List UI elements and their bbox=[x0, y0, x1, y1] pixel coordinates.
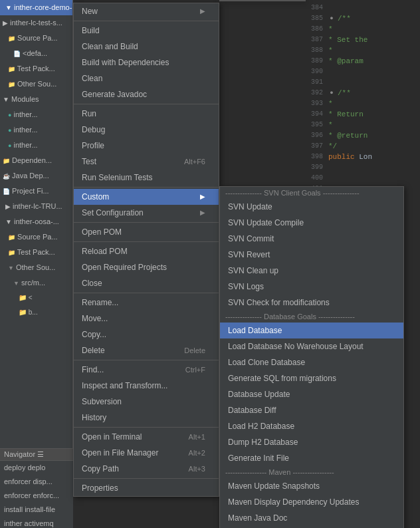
menu-label-open-req: Open Required Projects bbox=[82, 261, 167, 273]
svn-clean-up[interactable]: SVN Clean up bbox=[220, 263, 403, 279]
navigator-title: Navigator ☰ bbox=[0, 449, 73, 461]
load-database-no-warehouse[interactable]: Load Database No Warehouse Layout bbox=[220, 338, 403, 354]
sidebar-item-java[interactable]: ☕ Java Dep... bbox=[0, 168, 72, 184]
menu-label-profile: Profile bbox=[82, 140, 104, 152]
svn-commit[interactable]: SVN Commit bbox=[220, 231, 403, 247]
svn-revert-label: SVN Revert bbox=[228, 249, 270, 261]
sidebar-item-other1[interactable]: ▼ Other Sou... bbox=[0, 260, 72, 275]
load-clone-database-label: Load Clone Database bbox=[228, 356, 305, 368]
database-diff-label: Database Diff bbox=[228, 404, 276, 416]
menu-label-close: Close bbox=[82, 277, 102, 289]
menu-item-build-dep[interactable]: Build with Dependencies bbox=[74, 55, 219, 70]
database-update-label: Database Update bbox=[228, 388, 290, 400]
navigator-title-label: Navigator ☰ bbox=[4, 450, 44, 458]
maven-java-doc[interactable]: Maven Java Doc bbox=[220, 510, 403, 526]
menu-item-properties[interactable]: Properties bbox=[74, 480, 219, 496]
menu-item-open-req[interactable]: Open Required Projects bbox=[74, 259, 219, 275]
maven-display-dep[interactable]: Maven Display Dependency Updates bbox=[220, 494, 403, 510]
menu-item-test[interactable]: Test Alt+F6 bbox=[74, 154, 219, 170]
sidebar-item-0[interactable]: ▼ inther-core-demo-s... bbox=[0, 0, 72, 15]
sidebar-item-9[interactable]: ● inther... bbox=[0, 138, 72, 153]
load-database[interactable]: Load Database bbox=[220, 323, 403, 338]
menu-item-copy-path[interactable]: Copy Path Alt+3 bbox=[74, 461, 219, 477]
menu-item-rename[interactable]: Rename... bbox=[74, 295, 219, 311]
sidebar-item-8[interactable]: ● inther... bbox=[0, 122, 72, 138]
sidebar-item-oosa[interactable]: ▼ inther-oosa-... bbox=[0, 214, 72, 229]
menu-label-custom: Custom bbox=[82, 191, 109, 203]
sidebar-item-3[interactable]: 📄 <defa... bbox=[0, 46, 72, 61]
menu-item-open-file-manager[interactable]: Open in File Manager Alt+2 bbox=[74, 445, 219, 461]
menu-item-custom[interactable]: Custom ▶ bbox=[74, 189, 219, 205]
menu-item-clean-build[interactable]: Clean and Build bbox=[74, 39, 219, 55]
sidebar-item-tru[interactable]: ▶ inther-lc-TRU... bbox=[0, 199, 72, 214]
menu-sep-7 bbox=[74, 360, 219, 360]
menu-sep-4 bbox=[74, 222, 219, 223]
sidebar-item-b[interactable]: 📁 b... bbox=[0, 305, 72, 320]
menu-item-delete[interactable]: Delete Delete bbox=[74, 342, 219, 358]
menu-label-debug: Debug bbox=[82, 124, 105, 136]
menu-item-new[interactable]: New ▶ bbox=[74, 3, 219, 19]
generate-sql[interactable]: Generate SQL from migrations bbox=[220, 370, 403, 386]
shortcut-delete: Delete bbox=[184, 344, 205, 356]
db-section-header: --------------- Database Goals ---------… bbox=[220, 311, 403, 323]
menu-item-build[interactable]: Build bbox=[74, 23, 219, 39]
submenu-arrow-custom: ▶ bbox=[200, 191, 205, 203]
menu-item-find[interactable]: Find... Ctrl+F bbox=[74, 362, 219, 378]
database-diff[interactable]: Database Diff bbox=[220, 402, 403, 418]
deploy-label: deploy deplo bbox=[4, 463, 45, 471]
dump-h2-database[interactable]: Dump H2 Database bbox=[220, 434, 403, 450]
dump-h2-database-label: Dump H2 Database bbox=[228, 436, 298, 448]
sidebar-item-angle[interactable]: 📁 < bbox=[0, 291, 72, 305]
maven-update-snapshots[interactable]: Maven Update Snapshots bbox=[220, 478, 403, 494]
activemq-label: inther activemq bbox=[4, 519, 54, 527]
svn-commit-label: SVN Commit bbox=[228, 233, 274, 245]
generate-init-file[interactable]: Generate Init File bbox=[220, 450, 403, 466]
shortcut-terminal: Alt+1 bbox=[189, 431, 205, 443]
menu-label-find: Find... bbox=[82, 364, 104, 376]
load-clone-database[interactable]: Load Clone Database bbox=[220, 354, 403, 370]
menu-item-copy[interactable]: Copy... bbox=[74, 327, 219, 342]
sidebar-item-5[interactable]: 📁 Other Sou... bbox=[0, 76, 72, 92]
database-update[interactable]: Database Update bbox=[220, 386, 403, 402]
menu-item-reload-pom[interactable]: Reload POM bbox=[74, 243, 219, 259]
maven-section-header: ----------------- Maven ----------------… bbox=[220, 466, 403, 478]
menu-sep-2 bbox=[74, 104, 219, 104]
menu-item-clean[interactable]: Clean bbox=[74, 70, 219, 86]
menu-item-set-config[interactable]: Set Configuration ▶ bbox=[74, 205, 219, 221]
sidebar-item-1[interactable]: ▶ inther-lc-test-s... bbox=[0, 15, 72, 31]
svn-logs[interactable]: SVN Logs bbox=[220, 279, 403, 295]
menu-label-copy-path: Copy Path bbox=[82, 463, 119, 475]
sidebar-item-dep[interactable]: 📁 Dependen... bbox=[0, 153, 72, 168]
sidebar-item-2[interactable]: 📁 Source Pa... bbox=[0, 31, 72, 46]
menu-item-inspect[interactable]: Inspect and Transform... bbox=[74, 378, 219, 394]
menu-item-javadoc[interactable]: Generate Javadoc bbox=[74, 86, 219, 102]
sidebar-item-test1[interactable]: 📁 Test Pack... bbox=[0, 245, 72, 260]
menu-item-profile[interactable]: Profile bbox=[74, 138, 219, 154]
menu-label-new: New bbox=[82, 5, 98, 17]
menu-item-subversion[interactable]: Subversion bbox=[74, 394, 219, 410]
svn-update[interactable]: SVN Update bbox=[220, 199, 403, 215]
menu-item-move[interactable]: Move... bbox=[74, 311, 219, 327]
sidebar-item-src2[interactable]: ▼ src/m... bbox=[0, 275, 72, 291]
menu-sep-8 bbox=[74, 427, 219, 428]
maven-display-dep-label: Maven Display Dependency Updates bbox=[228, 496, 359, 508]
sidebar-item-4[interactable]: 📁 Test Pack... bbox=[0, 61, 72, 76]
sidebar-item-7[interactable]: ● inther... bbox=[0, 107, 72, 122]
menu-item-open-pom[interactable]: Open POM bbox=[74, 224, 219, 240]
load-database-label: Load Database bbox=[228, 325, 282, 336]
svn-revert[interactable]: SVN Revert bbox=[220, 247, 403, 263]
maven-update-snapshots-label: Maven Update Snapshots bbox=[228, 480, 320, 492]
sidebar-item-6[interactable]: ▼ Modules bbox=[0, 92, 72, 107]
generate-init-file-label: Generate Init File bbox=[228, 452, 289, 464]
menu-item-history[interactable]: History bbox=[74, 410, 219, 426]
menu-item-run[interactable]: Run bbox=[74, 106, 219, 122]
svn-check-modifications[interactable]: SVN Check for modifications bbox=[220, 295, 403, 311]
sidebar-item-src1[interactable]: 📁 Source Pa... bbox=[0, 229, 72, 245]
menu-item-debug[interactable]: Debug bbox=[74, 122, 219, 138]
menu-item-close[interactable]: Close bbox=[74, 275, 219, 291]
menu-item-selenium[interactable]: Run Selenium Tests bbox=[74, 170, 219, 186]
svn-update-compile[interactable]: SVN Update Compile bbox=[220, 215, 403, 231]
sidebar-item-proj[interactable]: 📄 Project Fi... bbox=[0, 184, 72, 199]
load-h2-database[interactable]: Load H2 Database bbox=[220, 418, 403, 434]
menu-item-open-terminal[interactable]: Open in Terminal Alt+1 bbox=[74, 429, 219, 445]
